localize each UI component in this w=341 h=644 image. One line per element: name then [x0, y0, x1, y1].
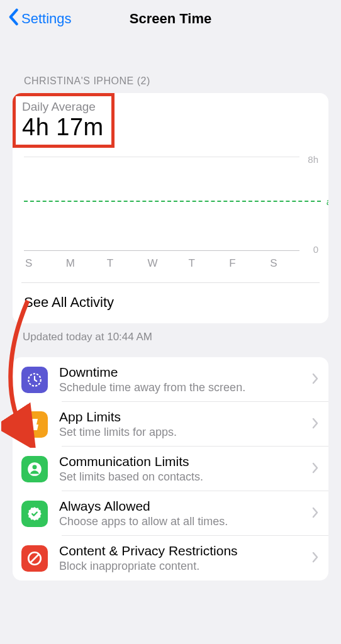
chevron-right-icon [312, 462, 318, 476]
menu-item-downtime[interactable]: DowntimeSchedule time away from the scre… [13, 357, 328, 402]
check-badge-icon [21, 501, 48, 527]
item-title: Content & Privacy Restrictions [59, 543, 312, 558]
daily-average-label: Daily Average [22, 100, 104, 114]
x-tick: T [106, 257, 137, 270]
usage-card: Daily Average 4h 17m 8h 0 avg SMTWTFS Se… [13, 93, 328, 323]
usage-chart: 8h 0 avg SMTWTFS [19, 157, 321, 270]
x-tick: W [147, 257, 177, 270]
menu-item-always-allowed[interactable]: Always AllowedChoose apps to allow at al… [13, 491, 328, 536]
chevron-right-icon [312, 373, 318, 387]
no-entry-icon [21, 545, 48, 572]
item-title: Downtime [59, 365, 312, 380]
x-tick: M [65, 257, 96, 270]
item-subtitle: Schedule time away from the screen. [59, 381, 312, 394]
item-subtitle: Set time limits for apps. [59, 426, 312, 439]
x-tick: T [187, 257, 218, 270]
item-text: Content & Privacy RestrictionsBlock inap… [59, 543, 312, 573]
item-subtitle: Set limits based on contacts. [59, 470, 312, 484]
section-header: CHRISTINA'S IPHONE (2) [0, 38, 341, 93]
item-text: App LimitsSet time limits for apps. [59, 409, 312, 439]
y-top-label: 8h [308, 154, 318, 165]
back-button[interactable]: Settings [8, 8, 72, 30]
menu-item-communication-limits[interactable]: Communication LimitsSet limits based on … [13, 447, 328, 491]
item-title: Communication Limits [59, 454, 312, 469]
settings-list: DowntimeSchedule time away from the scre… [13, 357, 328, 580]
item-subtitle: Choose apps to allow at all times. [59, 515, 312, 528]
contact-icon [21, 456, 48, 482]
daily-average-highlight: Daily Average 4h 17m [13, 93, 115, 148]
nav-bar: Settings Screen Time [0, 0, 341, 38]
chevron-right-icon [312, 552, 318, 565]
x-tick: F [228, 257, 259, 270]
back-chevron-icon [8, 8, 21, 30]
avg-line: avg [24, 201, 321, 202]
item-subtitle: Block inappropriate content. [59, 560, 312, 573]
x-tick: S [24, 257, 55, 270]
item-text: DowntimeSchedule time away from the scre… [59, 365, 312, 394]
see-all-activity[interactable]: See All Activity [13, 283, 328, 323]
back-label: Settings [21, 11, 72, 27]
menu-item-app-limits[interactable]: App LimitsSet time limits for apps. [13, 402, 328, 447]
daily-average-value: 4h 17m [22, 114, 104, 141]
y-bottom-label: 0 [313, 244, 318, 255]
menu-item-content-privacy[interactable]: Content & Privacy RestrictionsBlock inap… [13, 536, 328, 580]
updated-text: Updated today at 10:44 AM [0, 323, 341, 357]
clock-icon [21, 367, 48, 393]
chevron-right-icon [312, 418, 318, 431]
svg-point-2 [33, 465, 37, 469]
avg-tag: avg [327, 196, 328, 207]
chart-plot: avg [24, 157, 299, 251]
page-title: Screen Time [130, 11, 211, 27]
svg-line-4 [31, 554, 39, 562]
x-axis: SMTWTFS [24, 253, 299, 270]
x-tick: S [269, 257, 299, 270]
item-title: App Limits [59, 409, 312, 425]
hourglass-icon [21, 411, 48, 438]
item-title: Always Allowed [59, 499, 312, 514]
see-all-label: See All Activity [24, 294, 114, 311]
item-text: Always AllowedChoose apps to allow at al… [59, 499, 312, 528]
item-text: Communication LimitsSet limits based on … [59, 454, 312, 484]
chevron-right-icon [312, 507, 318, 521]
